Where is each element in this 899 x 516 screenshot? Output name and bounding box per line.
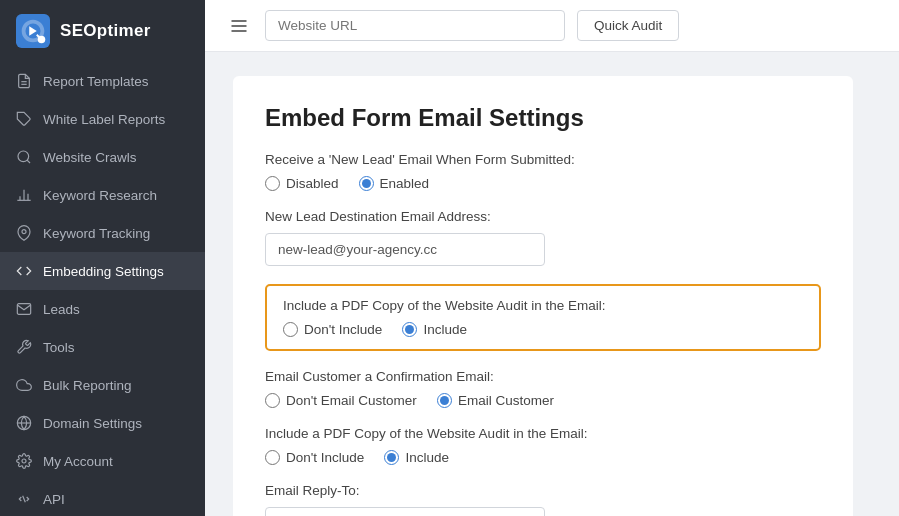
- pdf-copy-highlighted-options: Don't Include Include: [283, 322, 803, 337]
- disabled-radio[interactable]: [265, 176, 280, 191]
- sidebar-item-api[interactable]: API: [0, 480, 205, 516]
- header: Quick Audit: [205, 0, 899, 52]
- sidebar-item-my-account[interactable]: My Account: [0, 442, 205, 480]
- main-area: Quick Audit Embed Form Email Settings Re…: [205, 0, 899, 516]
- url-input[interactable]: [265, 10, 565, 41]
- include-option-2[interactable]: Include: [384, 450, 449, 465]
- pdf-copy-highlighted-section: Include a PDF Copy of the Website Audit …: [265, 284, 821, 351]
- new-lead-email-section: Receive a 'New Lead' Email When Form Sub…: [265, 152, 821, 191]
- sidebar-label: White Label Reports: [43, 112, 165, 127]
- include-label-1: Include: [423, 322, 467, 337]
- sidebar-label: Embedding Settings: [43, 264, 164, 279]
- disabled-label: Disabled: [286, 176, 339, 191]
- confirmation-email-section: Email Customer a Confirmation Email: Don…: [265, 369, 821, 408]
- email-customer-option[interactable]: Email Customer: [437, 393, 554, 408]
- gear-icon: [16, 453, 32, 469]
- sidebar-label: My Account: [43, 454, 113, 469]
- new-lead-email-label: Receive a 'New Lead' Email When Form Sub…: [265, 152, 821, 167]
- sidebar-item-bulk-reporting[interactable]: Bulk Reporting: [0, 366, 205, 404]
- content-area: Embed Form Email Settings Receive a 'New…: [205, 52, 899, 516]
- dont-include-label-2: Don't Include: [286, 450, 364, 465]
- sidebar-item-keyword-tracking[interactable]: Keyword Tracking: [0, 214, 205, 252]
- disabled-option[interactable]: Disabled: [265, 176, 339, 191]
- enabled-label: Enabled: [380, 176, 430, 191]
- dont-include-radio-2[interactable]: [265, 450, 280, 465]
- dont-include-label-1: Don't Include: [304, 322, 382, 337]
- sidebar-item-website-crawls[interactable]: Website Crawls: [0, 138, 205, 176]
- hamburger-icon: [229, 16, 249, 36]
- svg-line-7: [27, 160, 30, 163]
- include-label-2: Include: [405, 450, 449, 465]
- sidebar-logo: SEOptimer: [0, 0, 205, 62]
- sidebar-label: Keyword Tracking: [43, 226, 150, 241]
- svg-point-6: [18, 151, 29, 162]
- sidebar-item-embedding-settings[interactable]: Embedding Settings: [0, 252, 205, 290]
- email-customer-radio[interactable]: [437, 393, 452, 408]
- enabled-radio[interactable]: [359, 176, 374, 191]
- api-icon: [16, 491, 32, 507]
- destination-email-section: New Lead Destination Email Address:: [265, 209, 821, 266]
- svg-line-16: [23, 496, 26, 503]
- logo-icon: [16, 14, 50, 48]
- bar-chart-icon: [16, 187, 32, 203]
- sidebar-label: Domain Settings: [43, 416, 142, 431]
- sidebar-label: API: [43, 492, 65, 507]
- destination-email-label: New Lead Destination Email Address:: [265, 209, 821, 224]
- enabled-option[interactable]: Enabled: [359, 176, 430, 191]
- pdf-copy-2-options: Don't Include Include: [265, 450, 821, 465]
- globe-icon: [16, 415, 32, 431]
- search-icon: [16, 149, 32, 165]
- tag-icon: [16, 111, 32, 127]
- confirmation-email-label: Email Customer a Confirmation Email:: [265, 369, 821, 384]
- email-customer-label: Email Customer: [458, 393, 554, 408]
- destination-email-input[interactable]: [265, 233, 545, 266]
- file-icon: [16, 73, 32, 89]
- pdf-copy-section-2: Include a PDF Copy of the Website Audit …: [265, 426, 821, 465]
- sidebar-item-leads[interactable]: Leads: [0, 290, 205, 328]
- reply-to-section: Email Reply-To:: [265, 483, 821, 516]
- wrench-icon: [16, 339, 32, 355]
- svg-point-12: [22, 230, 26, 234]
- sidebar: SEOptimer Report Templates White Label R…: [0, 0, 205, 516]
- sidebar-label: Bulk Reporting: [43, 378, 132, 393]
- pdf-copy-highlighted-label: Include a PDF Copy of the Website Audit …: [283, 298, 803, 313]
- include-radio-1[interactable]: [402, 322, 417, 337]
- new-lead-email-options: Disabled Enabled: [265, 176, 821, 191]
- pdf-copy-label-2: Include a PDF Copy of the Website Audit …: [265, 426, 821, 441]
- include-option-1[interactable]: Include: [402, 322, 467, 337]
- dont-include-option-2[interactable]: Don't Include: [265, 450, 364, 465]
- dont-email-customer-option[interactable]: Don't Email Customer: [265, 393, 417, 408]
- sidebar-item-report-templates[interactable]: Report Templates: [0, 62, 205, 100]
- dont-include-option-1[interactable]: Don't Include: [283, 322, 382, 337]
- sidebar-item-white-label[interactable]: White Label Reports: [0, 100, 205, 138]
- sidebar-nav: Report Templates White Label Reports Web…: [0, 62, 205, 516]
- sidebar-label: Tools: [43, 340, 75, 355]
- dont-email-radio[interactable]: [265, 393, 280, 408]
- menu-button[interactable]: [225, 12, 253, 40]
- sidebar-label: Leads: [43, 302, 80, 317]
- dont-include-radio-1[interactable]: [283, 322, 298, 337]
- sidebar-label: Website Crawls: [43, 150, 137, 165]
- dont-email-label: Don't Email Customer: [286, 393, 417, 408]
- sidebar-item-tools[interactable]: Tools: [0, 328, 205, 366]
- sidebar-item-domain-settings[interactable]: Domain Settings: [0, 404, 205, 442]
- sidebar-item-keyword-research[interactable]: Keyword Research: [0, 176, 205, 214]
- quick-audit-button[interactable]: Quick Audit: [577, 10, 679, 41]
- cloud-icon: [16, 377, 32, 393]
- mail-icon: [16, 301, 32, 317]
- sidebar-label: Report Templates: [43, 74, 149, 89]
- code-icon: [16, 263, 32, 279]
- confirmation-email-options: Don't Email Customer Email Customer: [265, 393, 821, 408]
- settings-card: Embed Form Email Settings Receive a 'New…: [233, 76, 853, 516]
- reply-to-label: Email Reply-To:: [265, 483, 821, 498]
- reply-to-input[interactable]: [265, 507, 545, 516]
- pin-icon: [16, 225, 32, 241]
- page-title: Embed Form Email Settings: [265, 104, 821, 132]
- svg-point-15: [22, 459, 26, 463]
- include-radio-2[interactable]: [384, 450, 399, 465]
- sidebar-label: Keyword Research: [43, 188, 157, 203]
- brand-name: SEOptimer: [60, 21, 151, 41]
